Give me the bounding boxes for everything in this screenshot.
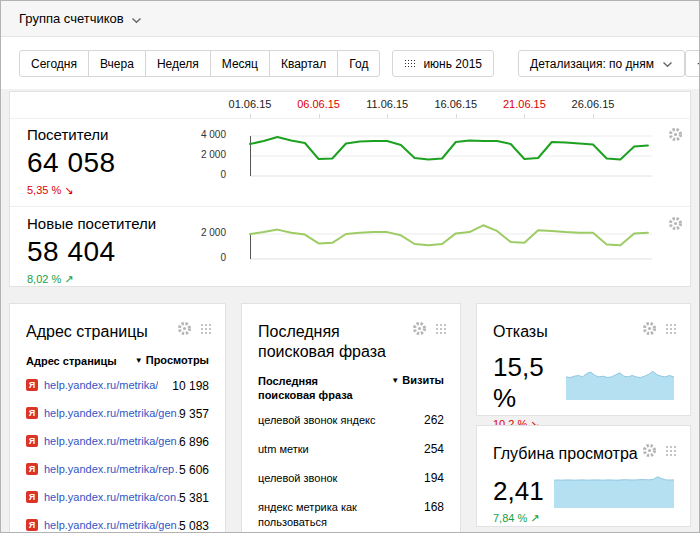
- search-phrase-table: целевой звонок яндекс262utm метки254целе…: [258, 406, 444, 533]
- table-row: целевой звонок яндекс262: [258, 406, 444, 435]
- app-window: Группа счетчиков СегодняВчераНеделяМесяц…: [0, 0, 700, 533]
- sort-desc-icon: ▼: [391, 376, 399, 385]
- column-header[interactable]: Последняя поисковая фраза: [258, 374, 378, 402]
- table-row: Яhelp.yandex.ru/metrika/10 198: [26, 372, 209, 400]
- date-label: 26.06.15: [559, 98, 627, 110]
- date-label: 06.06.15: [285, 98, 353, 110]
- period-button[interactable]: Сегодня: [19, 50, 89, 77]
- page-url-link[interactable]: help.yandex.ru/metrika/gen…: [44, 407, 179, 419]
- page-url-table: Яhelp.yandex.ru/metrika/10 198Яhelp.yand…: [26, 372, 209, 533]
- change-badge: 7,84 %↗: [493, 512, 674, 525]
- bounce-rate-sparkline: [566, 366, 674, 400]
- period-button-group: СегодняВчераНеделяМесяцКварталГод: [19, 50, 380, 77]
- visits-value: 254: [424, 442, 444, 456]
- create-widget-button[interactable]: + Создать виджет: [685, 50, 700, 77]
- change-value: 8,02 %: [27, 273, 61, 285]
- change-badge: 5,35 %↘: [27, 184, 222, 197]
- page-url-link[interactable]: help.yandex.ru/metrika/con…: [44, 491, 179, 503]
- table-row: Яhelp.yandex.ru/metrika/gen…5 083: [26, 512, 209, 533]
- y-axis-label: 0: [164, 252, 226, 263]
- gear-icon[interactable]: [668, 216, 683, 231]
- trend-down-icon: ↘: [64, 184, 73, 196]
- trend-up-icon: ↗: [530, 512, 539, 524]
- visits-value: 194: [424, 471, 444, 485]
- widget-title: Глубина просмотра: [493, 444, 643, 464]
- table-header: Адрес страницы ▼Просмотры: [26, 354, 209, 368]
- drag-handle-icon[interactable]: [665, 445, 677, 457]
- yandex-favicon-icon: Я: [26, 519, 38, 531]
- period-button[interactable]: Год: [337, 50, 380, 77]
- phrase-label: целевой звонок: [258, 471, 337, 486]
- gear-icon[interactable]: [668, 127, 683, 142]
- column-header-sorted[interactable]: ▼Визиты: [391, 374, 444, 386]
- gear-icon[interactable]: [412, 321, 427, 336]
- views-value: 5 606: [179, 463, 209, 477]
- page-depth-value: 2,41: [493, 476, 544, 507]
- page-url-link[interactable]: help.yandex.ru/metrika/gen…: [44, 435, 179, 447]
- views-value: 10 198: [172, 379, 209, 393]
- bounce-rate-value: 15,5 %: [493, 352, 566, 414]
- visitors-plot: 02 0004 000: [236, 118, 656, 206]
- period-button[interactable]: Неделя: [145, 50, 211, 77]
- column-header[interactable]: Адрес страницы: [26, 354, 117, 368]
- widget-title: Адрес страницы: [26, 322, 176, 342]
- y-axis-label: 0: [164, 169, 226, 180]
- change-value: 7,84 %: [493, 512, 527, 524]
- traffic-chart-panel: 01.06.1506.06.1511.06.1516.06.1521.06.15…: [9, 91, 691, 287]
- page-url-cell: Яhelp.yandex.ru/metrika/gen…: [26, 519, 179, 531]
- views-value: 5 083: [179, 519, 209, 533]
- table-row: целевой звонок194: [258, 464, 444, 493]
- page-url-link[interactable]: help.yandex.ru/metrika/: [44, 379, 158, 391]
- date-label: 21.06.15: [490, 98, 558, 110]
- gear-icon[interactable]: [642, 321, 657, 336]
- column-header-sorted[interactable]: ▼Просмотры: [135, 354, 209, 366]
- period-button[interactable]: Квартал: [269, 50, 338, 77]
- yandex-favicon-icon: Я: [26, 435, 38, 447]
- table-header: Последняя поисковая фраза ▼Визиты: [258, 374, 444, 402]
- drag-handle-icon[interactable]: [200, 323, 212, 335]
- yandex-favicon-icon: Я: [26, 491, 38, 503]
- trend-up-icon: ↗: [64, 273, 73, 285]
- page-depth-sparkline: [554, 474, 674, 508]
- new-visitors-stat-block: Новые посетители 58 404 8,02 %↗: [27, 207, 222, 286]
- page-url-cell: Яhelp.yandex.ru/metrika/gen…: [26, 407, 179, 419]
- drag-handle-icon[interactable]: [435, 323, 447, 335]
- new-visitors-plot: 02 000: [236, 207, 656, 287]
- gear-icon[interactable]: [177, 321, 192, 336]
- bounce-rate-widget: Отказы 15,5 % 10,2 %↘: [476, 303, 691, 416]
- period-button[interactable]: Вчера: [88, 50, 146, 77]
- gear-icon[interactable]: [642, 443, 657, 458]
- date-picker-button[interactable]: июнь 2015: [392, 50, 494, 77]
- detalization-dropdown[interactable]: Детализация: по дням: [518, 50, 685, 77]
- counter-group-selector[interactable]: Группа счетчиков: [1, 1, 699, 37]
- views-value: 6 896: [179, 435, 209, 449]
- y-axis-label: 4 000: [164, 129, 226, 140]
- y-axis-label: 2 000: [164, 227, 226, 238]
- change-badge: 8,02 %↗: [27, 273, 222, 286]
- counter-group-label: Группа счетчиков: [19, 11, 124, 26]
- page-url-cell: Яhelp.yandex.ru/metrika/gen…: [26, 435, 179, 447]
- date-axis: 01.06.1506.06.1511.06.1516.06.1521.06.15…: [10, 92, 690, 119]
- page-url-link[interactable]: help.yandex.ru/metrika/rep…: [44, 463, 179, 475]
- yandex-favicon-icon: Я: [26, 463, 38, 475]
- period-button[interactable]: Месяц: [210, 50, 270, 77]
- new-visitors-line-chart[interactable]: [236, 209, 656, 265]
- widget-title: Отказы: [493, 322, 643, 342]
- detalization-label: Детализация: по дням: [530, 57, 654, 71]
- date-label: 16.06.15: [422, 98, 490, 110]
- visitors-line-chart[interactable]: [236, 126, 656, 182]
- change-value: 5,35 %: [27, 184, 61, 196]
- visitors-chart-row: Посетители 64 058 5,35 %↘ 02 0004 000: [10, 118, 690, 206]
- table-row: utm метки254: [258, 435, 444, 464]
- chevron-down-icon: [131, 10, 142, 28]
- table-row: Яhelp.yandex.ru/metrika/con…5 381: [26, 484, 209, 512]
- table-row: Яhelp.yandex.ru/metrika/gen…6 896: [26, 428, 209, 456]
- chevron-down-icon: [662, 57, 673, 71]
- table-row: яндекс метрика как пользоваться168: [258, 493, 444, 533]
- phrase-label: целевой звонок яндекс: [258, 413, 375, 428]
- drag-handle-icon[interactable]: [665, 323, 677, 335]
- date-label: 11.06.15: [353, 98, 421, 110]
- sort-desc-icon: ▼: [135, 356, 143, 365]
- page-url-link[interactable]: help.yandex.ru/metrika/gen…: [44, 519, 179, 531]
- views-value: 5 381: [179, 491, 209, 505]
